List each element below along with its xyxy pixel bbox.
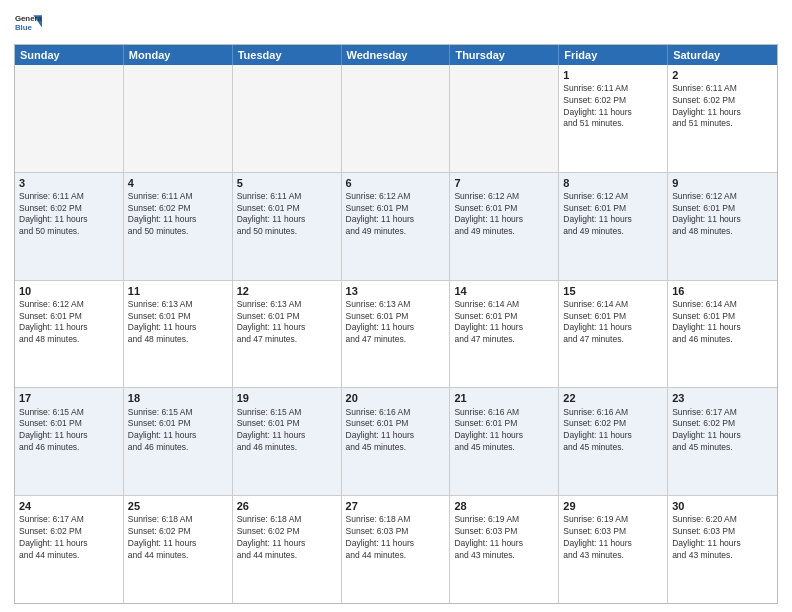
header-day-saturday: Saturday (668, 45, 777, 65)
day-number: 25 (128, 499, 228, 513)
svg-text:Blue: Blue (15, 23, 33, 32)
day-cell-21: 21Sunrise: 6:16 AM Sunset: 6:01 PM Dayli… (450, 388, 559, 495)
day-info: Sunrise: 6:12 AM Sunset: 6:01 PM Dayligh… (563, 191, 632, 236)
day-number: 22 (563, 391, 663, 405)
day-cell-28: 28Sunrise: 6:19 AM Sunset: 6:03 PM Dayli… (450, 496, 559, 603)
day-number: 21 (454, 391, 554, 405)
day-info: Sunrise: 6:16 AM Sunset: 6:01 PM Dayligh… (454, 407, 523, 452)
day-info: Sunrise: 6:16 AM Sunset: 6:02 PM Dayligh… (563, 407, 632, 452)
calendar-week-2: 3Sunrise: 6:11 AM Sunset: 6:02 PM Daylig… (15, 173, 777, 281)
day-number: 28 (454, 499, 554, 513)
day-info: Sunrise: 6:17 AM Sunset: 6:02 PM Dayligh… (19, 514, 88, 559)
calendar: SundayMondayTuesdayWednesdayThursdayFrid… (14, 44, 778, 604)
day-number: 14 (454, 284, 554, 298)
day-number: 7 (454, 176, 554, 190)
day-info: Sunrise: 6:19 AM Sunset: 6:03 PM Dayligh… (563, 514, 632, 559)
svg-text:General: General (15, 14, 42, 23)
day-info: Sunrise: 6:15 AM Sunset: 6:01 PM Dayligh… (19, 407, 88, 452)
day-cell-24: 24Sunrise: 6:17 AM Sunset: 6:02 PM Dayli… (15, 496, 124, 603)
calendar-week-4: 17Sunrise: 6:15 AM Sunset: 6:01 PM Dayli… (15, 388, 777, 496)
header-day-tuesday: Tuesday (233, 45, 342, 65)
day-cell-6: 6Sunrise: 6:12 AM Sunset: 6:01 PM Daylig… (342, 173, 451, 280)
empty-cell (342, 65, 451, 172)
day-cell-16: 16Sunrise: 6:14 AM Sunset: 6:01 PM Dayli… (668, 281, 777, 388)
day-info: Sunrise: 6:17 AM Sunset: 6:02 PM Dayligh… (672, 407, 741, 452)
day-info: Sunrise: 6:12 AM Sunset: 6:01 PM Dayligh… (346, 191, 415, 236)
empty-cell (450, 65, 559, 172)
day-cell-9: 9Sunrise: 6:12 AM Sunset: 6:01 PM Daylig… (668, 173, 777, 280)
day-info: Sunrise: 6:18 AM Sunset: 6:03 PM Dayligh… (346, 514, 415, 559)
day-cell-25: 25Sunrise: 6:18 AM Sunset: 6:02 PM Dayli… (124, 496, 233, 603)
calendar-week-1: 1Sunrise: 6:11 AM Sunset: 6:02 PM Daylig… (15, 65, 777, 173)
day-info: Sunrise: 6:14 AM Sunset: 6:01 PM Dayligh… (454, 299, 523, 344)
empty-cell (233, 65, 342, 172)
day-info: Sunrise: 6:11 AM Sunset: 6:02 PM Dayligh… (19, 191, 88, 236)
day-number: 29 (563, 499, 663, 513)
day-number: 8 (563, 176, 663, 190)
day-number: 10 (19, 284, 119, 298)
calendar-body: 1Sunrise: 6:11 AM Sunset: 6:02 PM Daylig… (15, 65, 777, 603)
day-info: Sunrise: 6:13 AM Sunset: 6:01 PM Dayligh… (346, 299, 415, 344)
day-info: Sunrise: 6:12 AM Sunset: 6:01 PM Dayligh… (672, 191, 741, 236)
day-info: Sunrise: 6:16 AM Sunset: 6:01 PM Dayligh… (346, 407, 415, 452)
empty-cell (15, 65, 124, 172)
day-number: 26 (237, 499, 337, 513)
empty-cell (124, 65, 233, 172)
day-number: 12 (237, 284, 337, 298)
day-number: 5 (237, 176, 337, 190)
day-number: 13 (346, 284, 446, 298)
header-day-friday: Friday (559, 45, 668, 65)
day-info: Sunrise: 6:11 AM Sunset: 6:02 PM Dayligh… (128, 191, 197, 236)
day-number: 30 (672, 499, 773, 513)
logo-icon: General Blue (14, 10, 42, 38)
day-info: Sunrise: 6:11 AM Sunset: 6:02 PM Dayligh… (563, 83, 632, 128)
day-info: Sunrise: 6:15 AM Sunset: 6:01 PM Dayligh… (128, 407, 197, 452)
header: General Blue (14, 10, 778, 38)
day-cell-2: 2Sunrise: 6:11 AM Sunset: 6:02 PM Daylig… (668, 65, 777, 172)
calendar-week-5: 24Sunrise: 6:17 AM Sunset: 6:02 PM Dayli… (15, 496, 777, 603)
day-info: Sunrise: 6:19 AM Sunset: 6:03 PM Dayligh… (454, 514, 523, 559)
day-cell-15: 15Sunrise: 6:14 AM Sunset: 6:01 PM Dayli… (559, 281, 668, 388)
day-number: 23 (672, 391, 773, 405)
day-number: 2 (672, 68, 773, 82)
day-number: 24 (19, 499, 119, 513)
calendar-header: SundayMondayTuesdayWednesdayThursdayFrid… (15, 45, 777, 65)
day-number: 15 (563, 284, 663, 298)
day-cell-3: 3Sunrise: 6:11 AM Sunset: 6:02 PM Daylig… (15, 173, 124, 280)
header-day-thursday: Thursday (450, 45, 559, 65)
day-info: Sunrise: 6:20 AM Sunset: 6:03 PM Dayligh… (672, 514, 741, 559)
day-cell-19: 19Sunrise: 6:15 AM Sunset: 6:01 PM Dayli… (233, 388, 342, 495)
day-number: 11 (128, 284, 228, 298)
header-day-wednesday: Wednesday (342, 45, 451, 65)
day-cell-30: 30Sunrise: 6:20 AM Sunset: 6:03 PM Dayli… (668, 496, 777, 603)
day-cell-20: 20Sunrise: 6:16 AM Sunset: 6:01 PM Dayli… (342, 388, 451, 495)
day-number: 17 (19, 391, 119, 405)
day-number: 3 (19, 176, 119, 190)
logo: General Blue (14, 10, 42, 38)
day-number: 20 (346, 391, 446, 405)
header-day-monday: Monday (124, 45, 233, 65)
day-number: 1 (563, 68, 663, 82)
day-cell-29: 29Sunrise: 6:19 AM Sunset: 6:03 PM Dayli… (559, 496, 668, 603)
day-info: Sunrise: 6:12 AM Sunset: 6:01 PM Dayligh… (454, 191, 523, 236)
day-number: 9 (672, 176, 773, 190)
day-cell-5: 5Sunrise: 6:11 AM Sunset: 6:01 PM Daylig… (233, 173, 342, 280)
day-number: 16 (672, 284, 773, 298)
day-number: 4 (128, 176, 228, 190)
day-info: Sunrise: 6:11 AM Sunset: 6:02 PM Dayligh… (672, 83, 741, 128)
day-cell-14: 14Sunrise: 6:14 AM Sunset: 6:01 PM Dayli… (450, 281, 559, 388)
header-day-sunday: Sunday (15, 45, 124, 65)
day-cell-8: 8Sunrise: 6:12 AM Sunset: 6:01 PM Daylig… (559, 173, 668, 280)
day-number: 18 (128, 391, 228, 405)
day-number: 19 (237, 391, 337, 405)
day-number: 27 (346, 499, 446, 513)
page: General Blue SundayMondayTuesdayWednesda… (0, 0, 792, 612)
day-info: Sunrise: 6:13 AM Sunset: 6:01 PM Dayligh… (237, 299, 306, 344)
day-info: Sunrise: 6:11 AM Sunset: 6:01 PM Dayligh… (237, 191, 306, 236)
day-cell-13: 13Sunrise: 6:13 AM Sunset: 6:01 PM Dayli… (342, 281, 451, 388)
day-info: Sunrise: 6:13 AM Sunset: 6:01 PM Dayligh… (128, 299, 197, 344)
day-cell-27: 27Sunrise: 6:18 AM Sunset: 6:03 PM Dayli… (342, 496, 451, 603)
day-cell-10: 10Sunrise: 6:12 AM Sunset: 6:01 PM Dayli… (15, 281, 124, 388)
day-info: Sunrise: 6:18 AM Sunset: 6:02 PM Dayligh… (237, 514, 306, 559)
day-cell-26: 26Sunrise: 6:18 AM Sunset: 6:02 PM Dayli… (233, 496, 342, 603)
